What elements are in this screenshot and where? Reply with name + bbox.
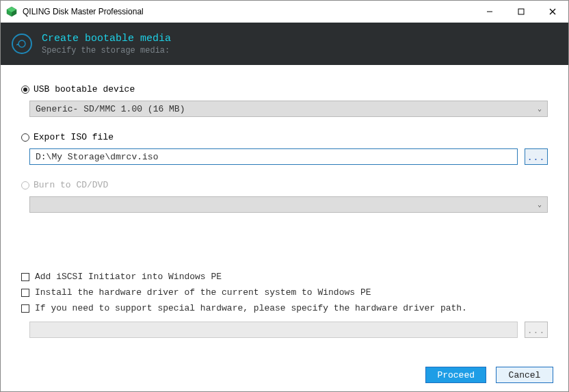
content-area: USB bootable device Generic- SD/MMC 1.00…: [1, 65, 568, 358]
radio-usb[interactable]: [21, 86, 29, 94]
proceed-button[interactable]: Proceed: [425, 367, 486, 383]
checkbox-driver-current-label: Install the hardware driver of the curre…: [35, 287, 371, 298]
wizard-icon: [12, 34, 32, 54]
cd-device-select: ⌄: [29, 196, 548, 213]
svg-rect-4: [518, 9, 524, 14]
checkbox-iscsi[interactable]: [21, 273, 29, 281]
radio-cd-label: Burn to CD/DVD: [34, 180, 108, 190]
checkbox-iscsi-label: Add iSCSI Initiator into Windows PE: [35, 272, 222, 282]
chevron-down-icon: ⌄: [538, 200, 542, 209]
titlebar: QILING Disk Master Professional: [1, 1, 568, 23]
checkbox-driver-path-label: If you need to support special hardware,…: [35, 303, 467, 313]
footer: Proceed Cancel: [1, 358, 568, 391]
radio-iso-label: Export ISO file: [34, 132, 114, 142]
wizard-heading: Create bootable media: [42, 33, 171, 44]
iso-path-input[interactable]: D:\My Storage\dmrcv.iso: [29, 148, 518, 165]
checkbox-driver-path[interactable]: [21, 304, 29, 313]
iso-browse-button[interactable]: ...: [525, 148, 548, 165]
wizard-header: Create bootable media Specify the storag…: [1, 23, 568, 65]
radio-usb-label: USB bootable device: [34, 84, 135, 94]
radio-iso[interactable]: [21, 133, 29, 142]
driver-path-browse-button: ...: [525, 322, 548, 338]
iso-path-value: D:\My Storage\dmrcv.iso: [36, 152, 158, 162]
driver-path-input: [29, 322, 518, 338]
maximize-button[interactable]: [505, 1, 537, 23]
close-button[interactable]: [537, 1, 568, 23]
radio-cd: [21, 181, 29, 190]
wizard-subheading: Specify the storage media:: [42, 46, 171, 55]
app-logo-icon: [6, 6, 17, 17]
chevron-down-icon: ⌄: [538, 105, 542, 113]
usb-device-value: Generic- SD/MMC 1.00 (16 MB): [36, 104, 185, 114]
minimize-button[interactable]: [474, 1, 505, 23]
usb-device-select[interactable]: Generic- SD/MMC 1.00 (16 MB) ⌄: [29, 101, 548, 117]
checkbox-driver-current[interactable]: [21, 289, 29, 297]
cancel-button[interactable]: Cancel: [496, 367, 553, 383]
window-title: QILING Disk Master Professional: [23, 7, 474, 16]
